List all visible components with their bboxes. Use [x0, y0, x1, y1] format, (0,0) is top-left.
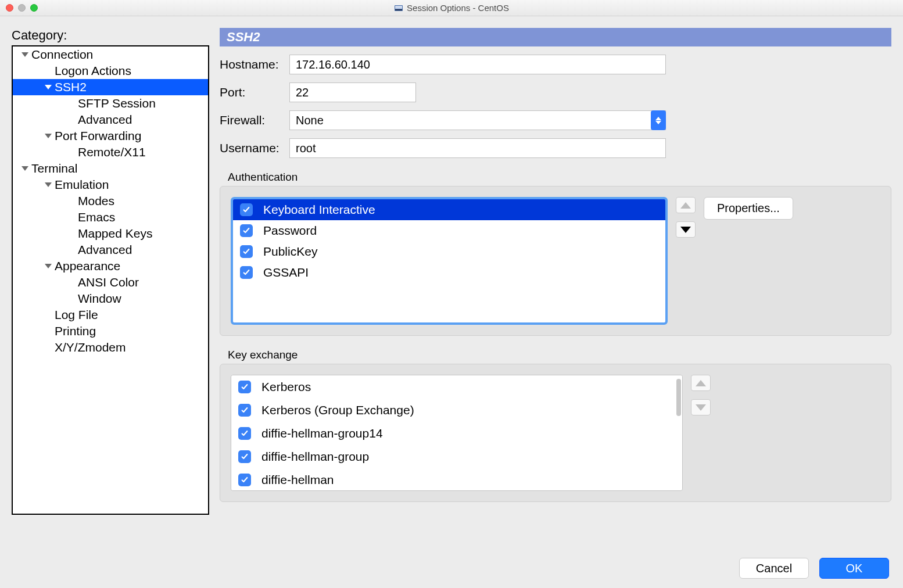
checkbox[interactable] [240, 245, 253, 258]
disclosure-triangle-icon [42, 85, 55, 89]
checkbox[interactable] [238, 474, 251, 486]
tree-item-label: Remote/X11 [78, 145, 146, 159]
list-item[interactable]: Password [233, 220, 665, 241]
list-item-label: PublicKey [263, 245, 317, 259]
svg-rect-2 [395, 9, 402, 10]
tree-item[interactable]: Log File [13, 307, 208, 323]
list-item[interactable]: diffie-hellman [231, 468, 682, 491]
titlebar: Session Options - CentOS [0, 0, 903, 16]
firewall-select[interactable]: None [289, 110, 666, 130]
kex-move-down-button[interactable] [691, 399, 711, 415]
list-item-label: Keyboard Interactive [263, 203, 375, 217]
tree-item[interactable]: Emulation [13, 177, 208, 193]
list-item-label: diffie-hellman-group [261, 450, 369, 464]
tree-item[interactable]: Emacs [13, 209, 208, 225]
firewall-label: Firewall: [220, 113, 289, 127]
list-item[interactable]: Kerberos [231, 375, 682, 399]
tree-item[interactable]: Window [13, 291, 208, 307]
tree-item-label: Emulation [55, 178, 109, 192]
tree-item-label: Modes [78, 194, 114, 208]
username-input[interactable] [289, 138, 666, 158]
checkbox[interactable] [240, 266, 253, 279]
tree-item-label: Port Forwarding [55, 129, 141, 143]
tree-item-label: Emacs [78, 210, 115, 224]
list-item-label: diffie-hellman [261, 473, 334, 487]
authentication-heading: Authentication [228, 171, 891, 184]
tree-item-label: Connection [31, 48, 93, 62]
properties-button[interactable]: Properties... [704, 197, 793, 220]
username-label: Username: [220, 141, 289, 155]
checkbox[interactable] [240, 203, 253, 216]
tree-item[interactable]: Advanced [13, 242, 208, 258]
checkbox[interactable] [240, 224, 253, 237]
checkbox[interactable] [238, 381, 251, 393]
auth-move-down-button[interactable] [676, 221, 696, 238]
key-exchange-list[interactable]: KerberosKerberos (Group Exchange)diffie-… [231, 375, 683, 491]
tree-item[interactable]: Connection [13, 46, 208, 63]
window-title: Session Options - CentOS [0, 3, 903, 13]
hostname-label: Hostname: [220, 58, 289, 71]
disclosure-triangle-icon [19, 52, 31, 57]
tree-item-label: Advanced [78, 243, 132, 257]
checkbox[interactable] [238, 450, 251, 463]
list-item-label: GSSAPI [263, 266, 309, 279]
tree-item-label: SSH2 [55, 80, 87, 94]
category-tree[interactable]: ConnectionLogon ActionsSSH2SFTP SessionA… [12, 45, 209, 515]
tree-item[interactable]: Printing [13, 323, 208, 339]
disclosure-triangle-icon [42, 182, 55, 187]
tree-item-label: Mapped Keys [78, 227, 152, 241]
ok-button[interactable]: OK [819, 558, 889, 579]
tree-item-label: Logon Actions [55, 64, 131, 78]
firewall-value: None [296, 114, 324, 127]
list-item-label: Kerberos [261, 380, 311, 394]
tree-item-label: Printing [55, 324, 96, 338]
list-item[interactable]: diffie-hellman-group14 [231, 422, 682, 445]
port-input[interactable] [289, 83, 416, 102]
checkbox[interactable] [238, 404, 251, 417]
tree-item-label: Log File [55, 308, 98, 322]
tree-item[interactable]: Logon Actions [13, 63, 208, 79]
svg-rect-1 [395, 6, 402, 9]
disclosure-triangle-icon [42, 134, 55, 138]
tree-item-label: Terminal [31, 162, 77, 175]
port-label: Port: [220, 85, 289, 99]
hostname-input[interactable] [289, 55, 666, 74]
list-item[interactable]: Keyboard Interactive [233, 199, 665, 220]
tree-item-label: X/Y/Zmodem [55, 340, 126, 354]
auth-move-up-button[interactable] [676, 197, 696, 213]
authentication-list[interactable]: Keyboard InteractivePasswordPublicKeyGSS… [231, 197, 668, 325]
disclosure-triangle-icon [42, 264, 55, 268]
checkbox[interactable] [238, 427, 251, 440]
kex-move-up-button[interactable] [691, 375, 711, 391]
tree-item[interactable]: Mapped Keys [13, 225, 208, 242]
disclosure-triangle-icon [19, 166, 31, 171]
list-item[interactable]: GSSAPI [233, 262, 665, 283]
tree-item-label: Window [78, 292, 121, 306]
tree-item[interactable]: Modes [13, 193, 208, 209]
tree-item[interactable]: ANSI Color [13, 274, 208, 291]
tree-item-label: Appearance [55, 259, 120, 273]
tree-item[interactable]: Appearance [13, 258, 208, 274]
tree-item-label: ANSI Color [78, 275, 139, 289]
scrollbar-thumb[interactable] [676, 379, 681, 416]
list-item[interactable]: PublicKey [233, 241, 665, 262]
list-item-label: Kerberos (Group Exchange) [261, 403, 414, 417]
tree-item-label: Advanced [78, 113, 132, 127]
select-stepper-icon [651, 110, 666, 130]
tree-item[interactable]: X/Y/Zmodem [13, 339, 208, 356]
tree-item[interactable]: Remote/X11 [13, 144, 208, 160]
window-title-text: Session Options - CentOS [407, 3, 509, 13]
list-item[interactable]: diffie-hellman-group [231, 445, 682, 468]
cancel-button[interactable]: Cancel [739, 558, 809, 579]
list-item[interactable]: Kerberos (Group Exchange) [231, 399, 682, 422]
list-item-label: Password [263, 224, 317, 238]
panel-title: SSH2 [220, 28, 891, 46]
tree-item[interactable]: Advanced [13, 112, 208, 128]
category-heading: Category: [12, 28, 209, 43]
tree-item[interactable]: Port Forwarding [13, 128, 208, 144]
tree-item[interactable]: SFTP Session [13, 95, 208, 112]
tree-item[interactable]: Terminal [13, 160, 208, 177]
list-item-label: diffie-hellman-group14 [261, 426, 383, 440]
tree-item-label: SFTP Session [78, 96, 156, 110]
tree-item[interactable]: SSH2 [13, 79, 208, 95]
